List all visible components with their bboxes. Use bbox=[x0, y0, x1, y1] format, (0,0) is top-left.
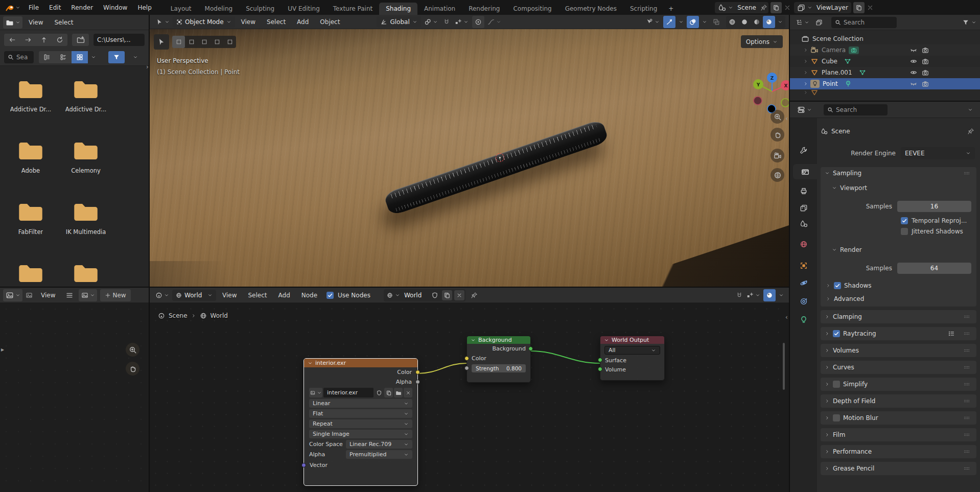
filter-button[interactable] bbox=[108, 51, 125, 63]
grip-icon[interactable] bbox=[962, 364, 971, 370]
tab-scripting[interactable]: Scripting bbox=[623, 3, 664, 15]
tab-scene[interactable] bbox=[795, 216, 812, 231]
pin-icon[interactable] bbox=[760, 4, 767, 11]
close-icon[interactable] bbox=[867, 4, 874, 11]
pan-hand-button[interactable] bbox=[126, 362, 139, 376]
list-item[interactable]: Addictive Dr... bbox=[58, 74, 113, 113]
fake-user-button[interactable] bbox=[375, 388, 383, 397]
node-world-output[interactable]: World Output All Surface Volume bbox=[600, 336, 665, 381]
image-browse-button[interactable] bbox=[79, 289, 97, 301]
snap-target-dropdown[interactable] bbox=[453, 16, 471, 28]
back-button[interactable] bbox=[4, 34, 20, 46]
tab-view-layer[interactable] bbox=[795, 200, 812, 216]
list-item[interactable]: Adobe bbox=[3, 135, 58, 174]
panel-simplify[interactable]: Simplify bbox=[821, 378, 976, 391]
use-nodes-checkbox[interactable] bbox=[326, 292, 334, 299]
menu-render[interactable]: Render bbox=[66, 0, 98, 15]
outliner-row-point[interactable]: Point bbox=[790, 78, 980, 89]
tab-physics[interactable] bbox=[795, 275, 812, 291]
output-target-dropdown[interactable]: All bbox=[604, 346, 660, 355]
region-expand-icon[interactable]: › bbox=[146, 63, 149, 71]
tab-object[interactable] bbox=[795, 258, 812, 273]
panel-grease-pencil[interactable]: Grease Pencil bbox=[821, 462, 976, 475]
shadows-checkbox[interactable] bbox=[834, 282, 841, 289]
tab-geometry-nodes[interactable]: Geometry Nodes bbox=[558, 3, 623, 15]
hamburger-icon[interactable] bbox=[65, 291, 74, 299]
image-editor-canvas[interactable]: ▸ bbox=[0, 303, 149, 491]
select-mode-intersect-button[interactable] bbox=[223, 36, 236, 48]
mode-dropdown[interactable]: Object Mode bbox=[173, 16, 235, 28]
menu-object[interactable]: Object bbox=[315, 15, 345, 29]
jittered-shadows-row[interactable]: Jittered Shadows bbox=[901, 228, 976, 235]
scene-selector[interactable]: Scene bbox=[715, 2, 768, 13]
chevron-down-icon[interactable] bbox=[779, 293, 784, 298]
eye-closed-icon[interactable] bbox=[910, 46, 917, 54]
shading-material-button[interactable] bbox=[751, 16, 763, 28]
preview-shading-button[interactable] bbox=[763, 289, 776, 301]
list-item[interactable]: Celemony bbox=[58, 135, 113, 174]
panel-depth-of-field[interactable]: Depth of Field bbox=[821, 394, 976, 408]
expand-icon[interactable] bbox=[803, 59, 808, 64]
alpha-mode-dropdown[interactable]: Premultiplied bbox=[346, 450, 412, 459]
projection-dropdown[interactable]: Flat bbox=[309, 409, 412, 418]
menu-node[interactable]: Node bbox=[296, 288, 322, 302]
tab-compositing[interactable]: Compositing bbox=[506, 3, 558, 15]
refresh-button[interactable] bbox=[52, 34, 67, 46]
filter-icon[interactable] bbox=[962, 19, 969, 26]
source-dropdown[interactable]: Single Image bbox=[309, 430, 412, 438]
grip-icon[interactable] bbox=[962, 170, 971, 176]
grip-icon[interactable] bbox=[962, 415, 971, 421]
chevron-down-icon[interactable] bbox=[308, 361, 313, 366]
expand-icon[interactable] bbox=[803, 70, 808, 75]
panel-performance[interactable]: Performance bbox=[821, 445, 976, 458]
panel-volumes[interactable]: Volumes bbox=[821, 344, 976, 357]
strength-slider[interactable]: Strength 0.800 bbox=[472, 364, 526, 372]
select-box-tool-button[interactable] bbox=[154, 34, 169, 50]
menu-select[interactable]: Select bbox=[243, 288, 272, 302]
expand-icon[interactable] bbox=[826, 296, 831, 301]
image-name-field[interactable]: interior.exr bbox=[323, 388, 374, 397]
grip-icon[interactable] bbox=[962, 398, 971, 404]
node-environment-texture[interactable]: interior.exr Color Alpha interior.exr bbox=[304, 358, 418, 486]
grip-icon[interactable] bbox=[962, 347, 971, 354]
motion-blur-checkbox[interactable] bbox=[833, 414, 840, 421]
path-field[interactable]: C:\Users\... bbox=[94, 34, 145, 46]
tab-modeling[interactable]: Modeling bbox=[198, 3, 240, 15]
grip-icon[interactable] bbox=[962, 314, 971, 320]
eye-closed-icon[interactable] bbox=[910, 80, 917, 87]
region-collapse-icon[interactable]: ‹ bbox=[785, 314, 788, 321]
tab-animation[interactable]: Animation bbox=[417, 3, 462, 15]
region-collapse-icon[interactable]: ‹ bbox=[785, 115, 788, 122]
falloff-dropdown[interactable] bbox=[485, 16, 504, 28]
outliner-row-cube[interactable]: Cube bbox=[790, 56, 980, 67]
select-mode-subtract-button[interactable] bbox=[198, 36, 211, 48]
tab-world[interactable] bbox=[795, 237, 812, 252]
gizmo-toggle-button[interactable] bbox=[663, 16, 675, 28]
socket-vector-input[interactable] bbox=[301, 463, 306, 467]
tool-dropdown[interactable] bbox=[153, 16, 172, 28]
camera-data-badge[interactable] bbox=[849, 46, 859, 54]
magnet-icon[interactable] bbox=[443, 18, 450, 26]
chevron-down-icon[interactable] bbox=[604, 338, 609, 343]
viewlayer-selector[interactable]: ViewLayer bbox=[794, 2, 851, 13]
viewport-subpanel-header[interactable]: Viewport bbox=[832, 182, 976, 194]
chevron-down-icon[interactable] bbox=[471, 338, 476, 343]
snap-target-dropdown[interactable] bbox=[744, 289, 762, 301]
menu-help[interactable]: Help bbox=[132, 0, 156, 15]
pin-icon[interactable] bbox=[471, 292, 478, 299]
tab-render[interactable] bbox=[793, 164, 817, 179]
display-mode-button[interactable] bbox=[813, 16, 825, 29]
chevron-down-icon[interactable] bbox=[968, 107, 973, 112]
socket-volume-input[interactable] bbox=[598, 367, 602, 371]
tab-data[interactable] bbox=[795, 312, 812, 327]
camera-restrict-icon[interactable] bbox=[922, 46, 929, 54]
duplicate-datablock-button[interactable] bbox=[442, 290, 452, 300]
grip-icon[interactable] bbox=[962, 449, 971, 455]
select-mode-extend-button[interactable] bbox=[185, 36, 198, 48]
proportional-edit-button[interactable] bbox=[472, 16, 484, 28]
viewport-canvas[interactable]: Options User Perspective (1) Scene Colle… bbox=[150, 29, 789, 287]
shadows-row[interactable]: Shadows bbox=[826, 282, 976, 289]
menu-add[interactable]: Add bbox=[292, 15, 314, 29]
chevron-down-icon[interactable] bbox=[395, 293, 400, 298]
tab-layout[interactable]: Layout bbox=[164, 3, 198, 15]
